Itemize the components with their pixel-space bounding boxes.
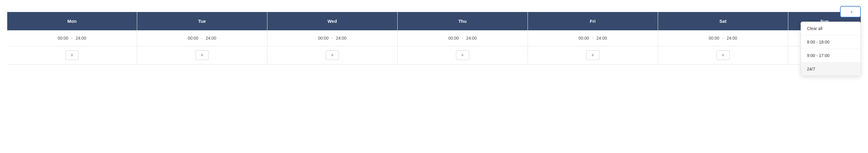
time-end: 24:00: [336, 36, 346, 40]
time-start: 00:00: [318, 36, 329, 40]
schedule-table: MonTueWedThuFriSatSun 00:00 - 24:0000:00…: [7, 12, 861, 65]
time-cell-thu: 00:00 - 24:00: [397, 30, 528, 46]
time-dash: -: [330, 36, 334, 40]
chevron-up-icon: ∧: [850, 10, 853, 14]
add-button-thu[interactable]: +: [456, 50, 469, 60]
add-cell-sat: +: [658, 46, 788, 65]
time-end: 24:00: [76, 36, 86, 40]
add-button-tue[interactable]: +: [195, 50, 209, 60]
time-cell-mon: 00:00 - 24:00: [7, 30, 137, 46]
time-dash: -: [70, 36, 74, 40]
time-cell-tue: 00:00 - 24:00: [137, 30, 267, 46]
page-container: ∧ Clear all 8:00 - 18:00 9:00 - 17:00 24…: [0, 0, 868, 153]
time-end: 24:00: [726, 36, 737, 40]
add-cell-mon: +: [7, 46, 137, 65]
day-header-fri: Fri: [528, 12, 658, 30]
time-dash: -: [721, 36, 724, 40]
dropdown-item-clear-all[interactable]: Clear all: [801, 22, 861, 35]
time-dash: -: [461, 36, 464, 40]
time-start: 00:00: [578, 36, 589, 40]
day-header-sat: Sat: [658, 12, 788, 30]
add-button-fri[interactable]: +: [586, 50, 599, 60]
day-header-tue: Tue: [137, 12, 267, 30]
time-start: 00:00: [709, 36, 719, 40]
add-button-sat[interactable]: +: [716, 50, 730, 60]
time-end: 24:00: [596, 36, 607, 40]
template-dropdown: Clear all 8:00 - 18:00 9:00 - 17:00 24/7: [801, 22, 861, 76]
time-cell-sat: 00:00 - 24:00: [658, 30, 788, 46]
time-cell-wed: 00:00 - 24:00: [267, 30, 397, 46]
day-header-mon: Mon: [7, 12, 137, 30]
add-cell-tue: +: [137, 46, 267, 65]
add-cell-thu: +: [397, 46, 528, 65]
time-start: 00:00: [188, 36, 198, 40]
dropdown-item-8-18[interactable]: 8:00 - 18:00: [801, 35, 861, 49]
time-dash: -: [200, 36, 204, 40]
time-start: 00:00: [58, 36, 68, 40]
day-header-thu: Thu: [397, 12, 528, 30]
time-start: 00:00: [448, 36, 459, 40]
time-dash: -: [591, 36, 594, 40]
time-cell-fri: 00:00 - 24:00: [528, 30, 658, 46]
add-cell-wed: +: [267, 46, 397, 65]
apply-template-button[interactable]: ∧: [840, 6, 861, 17]
time-end: 24:00: [466, 36, 477, 40]
day-header-wed: Wed: [267, 12, 397, 30]
add-button-wed[interactable]: +: [326, 50, 339, 60]
dropdown-item-24-7[interactable]: 24/7: [801, 63, 861, 76]
dropdown-item-9-17[interactable]: 9:00 - 17:00: [801, 49, 861, 63]
time-end: 24:00: [206, 36, 216, 40]
add-cell-fri: +: [528, 46, 658, 65]
add-button-mon[interactable]: +: [65, 50, 79, 60]
